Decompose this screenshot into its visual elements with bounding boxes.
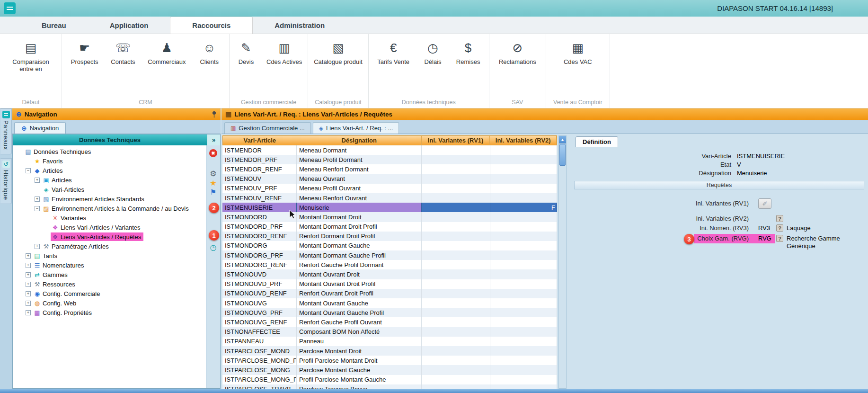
tree-item-config-propri-t-s[interactable]: +▦Config. Propriétés (13, 308, 206, 317)
pin-icon[interactable] (212, 111, 217, 118)
tree-item-liens-vari-articles-requ-tes[interactable]: ❖Liens Vari-Articles / Requêtes (13, 232, 206, 241)
table-row[interactable]: ISTPARCLOSE_MOND_PProfil Parclose Montan… (222, 356, 557, 365)
tree-item-favoris[interactable]: ★Favoris (13, 156, 206, 166)
table-row[interactable]: ISTMONDORDMontant Dormant Droit (222, 212, 557, 222)
tree-item-param-trage-articles[interactable]: +⚒Paramétrage Articles (13, 241, 206, 251)
column-header-ini-variantes-rv1[interactable]: Ini. Variantes (RV1) (422, 136, 490, 145)
query-edit-button[interactable]: ✐ (758, 198, 771, 209)
expander-icon[interactable]: − (35, 206, 40, 211)
table-row[interactable]: ISTMONDORGMontant Dormant Gauche (222, 241, 557, 250)
ribbon-tab-raccourcis[interactable]: Raccourcis (170, 17, 253, 34)
tree-item-articles[interactable]: +▣Articles (13, 175, 206, 185)
tree-item-tarifs[interactable]: +▤Tarifs (13, 251, 206, 260)
dock-tab-historique[interactable]: ↺ Historique (0, 158, 12, 205)
tree-item-ressources[interactable]: +⚒Ressources (13, 279, 206, 289)
table-row[interactable]: ISTMONOUVG_RENFRenfort Gauche Profil Ouv… (222, 317, 557, 327)
tab-navigation[interactable]: ⊕ Navigation (14, 122, 66, 134)
scroll-up-button[interactable]: ▲ (559, 136, 566, 143)
tree-item-donn-es-techniques[interactable]: ▤Données Techniques (13, 147, 206, 156)
tree-item-vari-articles[interactable]: ◈Vari-Articles (13, 185, 206, 194)
table-row[interactable]: ISTMENOUVMeneau Ouvrant (222, 174, 557, 184)
help-button[interactable]: ? (776, 224, 783, 232)
table-row[interactable]: ISTMONDORG_PRFMontant Dormant Gauche Pro… (222, 250, 557, 260)
table-row[interactable]: ISTPARCLOSE_TRAVBParclose Traverse Basse (222, 384, 557, 389)
ribbon-tab-bureau[interactable]: Bureau (20, 17, 88, 34)
table-row[interactable]: ISTPANNEAUPanneau (222, 337, 557, 346)
tree-item-environnement-articles-standards[interactable]: +▧Environnement Articles Standards (13, 194, 206, 204)
expander-icon[interactable]: + (26, 282, 31, 287)
column-header-ini-variables-rv2[interactable]: Ini. Variables (RV2) (490, 136, 557, 145)
table-row[interactable]: ISTMENDOR_PRFMeneau Profil Dormant (222, 155, 557, 164)
table-row[interactable]: ISTMENDORMeneau Dormant (222, 145, 557, 155)
ribbon-button-clients[interactable]: ☺Clients (194, 37, 225, 66)
expander-icon[interactable]: + (35, 196, 40, 202)
expander-icon[interactable]: + (26, 263, 31, 268)
ribbon-button-d-lais[interactable]: ◷Délais (417, 37, 448, 66)
flag-icon[interactable]: ⚑ (210, 188, 216, 196)
table-row[interactable]: ISTPARCLOSE_MONG_PProfil Parclose Montan… (222, 375, 557, 384)
ribbon-button-cdes-vac[interactable]: ▦Cdes VAC (559, 37, 597, 66)
table-row[interactable]: ISTMENOUV_PRFMeneau Profil Ouvrant (222, 184, 557, 193)
expander-icon[interactable]: + (26, 272, 31, 277)
tab-definition[interactable]: Définition (576, 136, 618, 147)
tree-item-environnement-articles-la-commande-au-devis[interactable]: −▨Environnement Articles à la Commande /… (13, 204, 206, 213)
table-row[interactable]: ISTMENUISERIEMenuiserieF (222, 203, 557, 212)
tree-item-variantes[interactable]: ✳Variantes (13, 213, 206, 223)
expander-icon[interactable]: − (26, 168, 31, 173)
table-row[interactable]: ISTMONOUVGMontant Ouvrant Gauche (222, 298, 557, 308)
table-row[interactable]: ISTMONOUVG_PRFMontant Ouvrant Gauche Pro… (222, 308, 557, 317)
settings-gear-icon[interactable]: ⚙ (210, 170, 216, 178)
column-header-vari-article[interactable]: Vari-Article (223, 136, 297, 145)
table-row[interactable]: ISTMONDORG_RENFRenfort Gauche Profil Dor… (222, 260, 557, 269)
history-clock-icon[interactable]: ◷ (210, 243, 217, 251)
favorite-star-icon[interactable]: ★ (210, 179, 216, 187)
ribbon-button-cdes-actives[interactable]: ▥Cdes Actives (262, 37, 307, 66)
vertical-scrollbar[interactable]: ▲ (558, 135, 567, 389)
table-row[interactable]: ISTMONOUVD_PRFMontant Ouvrant Droit Prof… (222, 279, 557, 289)
column-header-d-signation[interactable]: Désignation (297, 136, 422, 145)
ribbon-button-prospects[interactable]: ☛Prospects (66, 37, 103, 66)
ribbon-button-reclamations[interactable]: ⊘Reclamations (494, 37, 541, 66)
scrollbar-thumb[interactable] (559, 144, 566, 166)
collapse-panel-button[interactable]: » (207, 134, 220, 145)
table-row[interactable]: ISTMONDORD_RENFRenfort Dormant Droit Pro… (222, 232, 557, 241)
tab-liens-vari-art-req[interactable]: ◈Liens Vari-Art. / Req. : ... (313, 122, 399, 134)
ribbon-button-devis[interactable]: ✎Devis (230, 37, 262, 66)
table-row[interactable]: ISTPARCLOSE_MONGParclose Montant Gauche (222, 365, 557, 375)
tree-item-gammes[interactable]: +⇄Gammes (13, 270, 206, 279)
tree-item-articles[interactable]: −◆Articles (13, 166, 206, 175)
ribbon-button-comparaison-entre-en[interactable]: ▤Comparaison entre en (1, 37, 61, 72)
table-row[interactable]: ISTPARCLOSE_MONDParclose Montant Droit (222, 346, 557, 356)
expander-icon[interactable]: + (26, 301, 31, 306)
app-logo-icon[interactable] (4, 2, 16, 14)
expander-icon[interactable]: + (26, 291, 31, 296)
table-row[interactable]: ISTNONAFFECTEEComposant BOM Non Affecté (222, 327, 557, 337)
expander-icon[interactable]: + (26, 310, 31, 315)
tree-item-config-web[interactable]: +◍Config. Web (13, 298, 206, 308)
table-row[interactable]: ISTMONOUVDMontant Ouvrant Droit (222, 269, 557, 279)
tree-item-config-commerciale[interactable]: +◉Config. Commerciale (13, 289, 206, 298)
field-label-ini-variables-rv2: Ini. Variables (RV2) (570, 215, 749, 223)
tree-item-nomenclatures[interactable]: +☰Nomenclatures (13, 260, 206, 270)
table-row[interactable]: ISTMONDORD_PRFMontant Dormant Droit Prof… (222, 222, 557, 232)
ribbon-button-contacts[interactable]: ☏Contacts (106, 37, 140, 66)
help-button[interactable]: ? (776, 235, 783, 242)
expander-icon[interactable]: + (35, 178, 40, 183)
tree-item-liens-vari-articles-variantes[interactable]: ❖Liens Vari-Articles / Variantes (13, 223, 206, 232)
dock-tab-panneaux[interactable]: Panneaux (0, 108, 12, 154)
expander-icon[interactable]: + (35, 244, 40, 249)
tab-gestion-commerciale[interactable]: ▥Gestion Commerciale ... (224, 122, 311, 134)
ribbon-button-remises[interactable]: $Remises (452, 37, 485, 66)
ribbon-button-commerciaux[interactable]: ♟Commerciaux (143, 37, 190, 66)
ribbon-tab-application[interactable]: Application (88, 17, 170, 34)
ribbon-tab-administration[interactable]: Administration (253, 17, 346, 34)
table-row[interactable]: ISTMENDOR_RENFMeneau Renfort Dormant (222, 164, 557, 174)
ribbon-button-tarifs-vente[interactable]: €Tarifs Vente (372, 37, 414, 66)
ribbon-button-catalogue-produit[interactable]: ▧Catalogue produit (309, 37, 367, 66)
help-button[interactable]: ? (776, 215, 783, 222)
expander-icon[interactable]: + (26, 253, 31, 259)
table-row[interactable]: ISTMENOUV_RENFMeneau Renfort Ouvrant (222, 193, 557, 203)
delete-icon[interactable]: ✖ (209, 149, 217, 157)
table-row[interactable]: ISTMONOUVD_RENFRenfort Ouvrant Droit Pro… (222, 289, 557, 298)
horizontal-scrollbar[interactable] (0, 389, 868, 393)
